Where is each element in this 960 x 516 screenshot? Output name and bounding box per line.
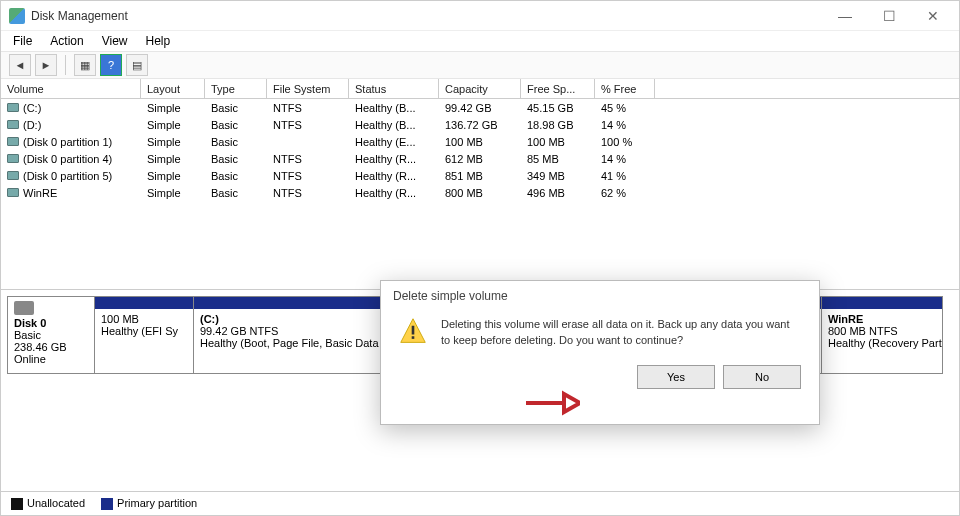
volume-icon bbox=[7, 171, 19, 180]
settings-button[interactable]: ▤ bbox=[126, 54, 148, 76]
maximize-button[interactable]: ☐ bbox=[867, 1, 911, 30]
volume-list: Volume Layout Type File System Status Ca… bbox=[1, 79, 959, 290]
partition-block[interactable]: WinRE800 MB NTFSHealthy (Recovery Partit bbox=[821, 296, 943, 374]
yes-button[interactable]: Yes bbox=[637, 365, 715, 389]
toolbar: ◄ ► ▦ ? ▤ bbox=[1, 51, 959, 79]
legend-primary: Primary partition bbox=[101, 497, 197, 510]
window-title: Disk Management bbox=[31, 9, 823, 23]
table-row[interactable]: (Disk 0 partition 5)SimpleBasicNTFSHealt… bbox=[1, 167, 959, 184]
menu-file[interactable]: File bbox=[11, 32, 34, 50]
col-capacity[interactable]: Capacity bbox=[439, 79, 521, 98]
back-button[interactable]: ◄ bbox=[9, 54, 31, 76]
menu-action[interactable]: Action bbox=[48, 32, 85, 50]
legend: Unallocated Primary partition bbox=[1, 491, 959, 515]
col-status[interactable]: Status bbox=[349, 79, 439, 98]
help-button[interactable]: ? bbox=[100, 54, 122, 76]
swatch-black bbox=[11, 498, 23, 510]
volume-icon bbox=[7, 120, 19, 129]
table-row[interactable]: (Disk 0 partition 4)SimpleBasicNTFSHealt… bbox=[1, 150, 959, 167]
disk-icon bbox=[14, 301, 34, 315]
disk-size: 238.46 GB bbox=[14, 341, 88, 353]
disk-type: Basic bbox=[14, 329, 88, 341]
partition-bar bbox=[95, 297, 193, 309]
close-button[interactable]: ✕ bbox=[911, 1, 955, 30]
disk-name: Disk 0 bbox=[14, 317, 88, 329]
volume-icon bbox=[7, 154, 19, 163]
dialog-text: Deleting this volume will erase all data… bbox=[441, 317, 801, 349]
delete-volume-dialog: Delete simple volume Deleting this volum… bbox=[380, 280, 820, 425]
menu-view[interactable]: View bbox=[100, 32, 130, 50]
list-header: Volume Layout Type File System Status Ca… bbox=[1, 79, 959, 99]
dialog-title: Delete simple volume bbox=[381, 281, 819, 307]
svg-rect-1 bbox=[412, 326, 415, 335]
disk-management-window: Disk Management — ☐ ✕ File Action View H… bbox=[0, 0, 960, 516]
col-free-space[interactable]: Free Sp... bbox=[521, 79, 595, 98]
titlebar: Disk Management — ☐ ✕ bbox=[1, 1, 959, 31]
menu-bar: File Action View Help bbox=[1, 31, 959, 51]
disk-header[interactable]: Disk 0 Basic 238.46 GB Online bbox=[7, 296, 95, 374]
col-file-system[interactable]: File System bbox=[267, 79, 349, 98]
disk-state: Online bbox=[14, 353, 88, 365]
table-row[interactable]: WinRESimpleBasicNTFSHealthy (R...800 MB4… bbox=[1, 184, 959, 201]
swatch-blue bbox=[101, 498, 113, 510]
pointer-arrow-icon bbox=[524, 390, 580, 416]
col-pct-free[interactable]: % Free bbox=[595, 79, 655, 98]
table-row[interactable]: (D:)SimpleBasicNTFSHealthy (B...136.72 G… bbox=[1, 116, 959, 133]
forward-button[interactable]: ► bbox=[35, 54, 57, 76]
app-icon bbox=[9, 8, 25, 24]
legend-unallocated: Unallocated bbox=[11, 497, 85, 510]
partition-block[interactable]: 100 MBHealthy (EFI Sy bbox=[94, 296, 194, 374]
warning-icon bbox=[399, 317, 427, 345]
col-type[interactable]: Type bbox=[205, 79, 267, 98]
volume-icon bbox=[7, 103, 19, 112]
svg-marker-4 bbox=[564, 394, 580, 412]
separator bbox=[65, 55, 66, 75]
svg-rect-2 bbox=[412, 336, 415, 339]
list-body: (C:)SimpleBasicNTFSHealthy (B...99.42 GB… bbox=[1, 99, 959, 289]
table-row[interactable]: (C:)SimpleBasicNTFSHealthy (B...99.42 GB… bbox=[1, 99, 959, 116]
table-row[interactable]: (Disk 0 partition 1)SimpleBasicHealthy (… bbox=[1, 133, 959, 150]
menu-help[interactable]: Help bbox=[144, 32, 173, 50]
col-volume[interactable]: Volume bbox=[1, 79, 141, 98]
volume-icon bbox=[7, 188, 19, 197]
partition-bar bbox=[822, 297, 942, 309]
no-button[interactable]: No bbox=[723, 365, 801, 389]
minimize-button[interactable]: — bbox=[823, 1, 867, 30]
refresh-button[interactable]: ▦ bbox=[74, 54, 96, 76]
col-layout[interactable]: Layout bbox=[141, 79, 205, 98]
volume-icon bbox=[7, 137, 19, 146]
